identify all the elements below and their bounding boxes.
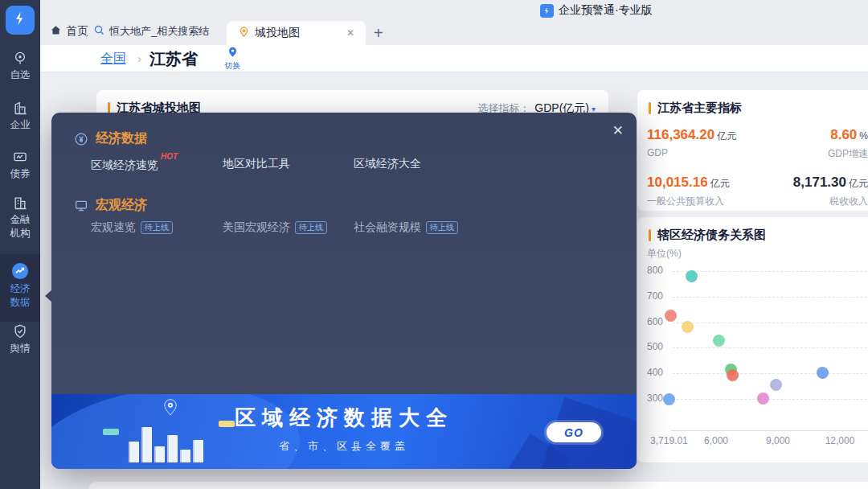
menu-item-regional-economy-encyclopedia[interactable]: 区域经济大全 <box>354 157 421 171</box>
sidebar-item-economy-data[interactable]: 经济数据 <box>0 254 40 322</box>
scatter-point <box>757 392 769 405</box>
section-title: 经济数据 <box>96 130 147 147</box>
chart-gridline <box>673 347 868 348</box>
lightning-icon <box>12 10 28 30</box>
tab-divider <box>86 27 87 39</box>
close-icon[interactable]: ✕ <box>612 122 624 139</box>
debt-relation-chart-card: 辖区经济债务关系图 单位(%) 8007006005004003003,719.… <box>637 217 868 462</box>
section-title: 宏观经济 <box>96 197 147 214</box>
orange-title-bar <box>649 102 651 114</box>
menu-item-region-compare-tool[interactable]: 地区对比工具 <box>223 157 290 171</box>
sidebar-item-bonds[interactable]: 债券 <box>0 149 40 181</box>
yen-circle-icon <box>74 132 88 146</box>
indicators-card-header: 江苏省主要指标 <box>637 90 868 116</box>
chart-ytick-label: 400 <box>647 367 663 378</box>
brand-lightning-icon <box>540 4 554 18</box>
tab-search-result[interactable]: 恒大地产_相关搜索结 <box>93 24 215 39</box>
menu-item-social-financing-scale[interactable]: 社会融资规模待上线 <box>354 220 458 235</box>
scatter-point <box>665 310 677 322</box>
tab-search-label: 恒大地产_相关搜索结 <box>109 24 209 39</box>
tab-city-investment-map[interactable]: 城投地图 ✕ <box>227 21 366 45</box>
banner-subtitle: 省、市、区县全覆盖 <box>51 439 637 454</box>
sidebar-item-label: 经济数据 <box>0 282 40 310</box>
chart-ytick-label: 300 <box>647 392 663 404</box>
brand: 企业预警通·专业版 <box>540 3 653 18</box>
app-logo[interactable] <box>6 6 35 35</box>
metric-unit: 亿元 <box>710 178 730 189</box>
metric-public-budget-revenue: 10,015.16亿元 一般公共预算收入 <box>647 175 758 208</box>
menu-item-regional-economy-overview[interactable]: 区域经济速览HOT <box>91 157 175 173</box>
scatter-point <box>727 369 739 381</box>
economy-trend-icon <box>11 262 29 280</box>
metrics-grid: 116,364.20亿元 GDP 8.60% GDP增速 10,015.16亿元… <box>647 127 868 208</box>
metric-label: GDP增速 <box>758 147 868 161</box>
scatter-point <box>713 335 725 347</box>
metric-unit: 亿元 <box>717 130 736 142</box>
bottom-card-edge <box>88 482 868 489</box>
breadcrumb-current: 江苏省 <box>149 48 198 70</box>
sidebar-item-label: 企业 <box>0 118 40 132</box>
menu-row: 宏观速览待上线 美国宏观经济待上线 社会融资规模待上线 <box>51 220 637 236</box>
sidebar-item-label: 金融机构 <box>0 213 40 240</box>
section-economy-data: 经济数据 <box>74 130 147 147</box>
home-icon <box>50 24 62 39</box>
hot-badge: HOT <box>161 152 178 161</box>
scatter-point <box>682 321 694 333</box>
banner-go-button[interactable]: GO <box>547 422 601 442</box>
breadcrumb-root[interactable]: 全国 <box>100 51 126 68</box>
scatter-point <box>663 393 675 405</box>
enterprise-building-icon <box>12 100 28 116</box>
search-icon <box>93 24 105 39</box>
location-pin-icon <box>227 47 239 60</box>
indicators-card-title: 江苏省主要指标 <box>657 101 742 116</box>
tab-home-label: 首页 <box>66 24 88 39</box>
chart-ytick-label: 600 <box>647 316 663 327</box>
debt-scatter-plot[interactable]: 8007006005004003003,719.016,0009,00012,0… <box>637 217 868 462</box>
metric-tax-revenue: 8,171.30亿元 税收收入 <box>758 175 868 208</box>
chart-xtick-label: 6,000 <box>704 435 728 446</box>
tab-active-label: 城投地图 <box>255 26 300 40</box>
watchlist-target-icon <box>12 50 28 66</box>
panel-arrow <box>45 290 52 302</box>
menu-item-macro-overview[interactable]: 宏观速览待上线 <box>91 220 173 235</box>
chart-xtick-label: 9,000 <box>766 435 790 446</box>
sidebar-item-watchlist[interactable]: 自选 <box>0 50 40 82</box>
scatter-point <box>817 367 829 379</box>
sidebar-item-label: 舆情 <box>0 342 40 355</box>
chart-gridline <box>673 323 868 323</box>
region-switch-button[interactable]: 切换 <box>216 46 248 70</box>
map-pin-icon <box>238 26 250 40</box>
sidebar-item-enterprise[interactable]: 企业 <box>0 100 40 132</box>
sidebar-item-label: 债券 <box>0 167 40 181</box>
metric-gdp-growth: 8.60% GDP增速 <box>758 127 868 161</box>
tab-bar: 首页 恒大地产_相关搜索结 城投地图 ✕ + <box>40 21 868 45</box>
metric-unit: % <box>859 130 868 142</box>
scatter-point <box>770 379 782 391</box>
tab-home[interactable]: 首页 <box>50 24 88 39</box>
chart-gridline <box>673 297 868 298</box>
sidebar-item-label: 自选 <box>0 68 40 82</box>
chart-xtick-label: 12,000 <box>825 435 855 446</box>
chart-gridline <box>673 373 868 374</box>
switch-label: 切换 <box>216 61 248 70</box>
scatter-point <box>686 270 698 282</box>
menu-item-us-macro-economy[interactable]: 美国宏观经济待上线 <box>223 220 327 235</box>
chevron-down-icon: ▾ <box>592 105 596 113</box>
sidebar-item-sentiment[interactable]: 舆情 <box>0 323 40 355</box>
tab-close-icon[interactable]: ✕ <box>346 27 354 39</box>
chart-gridline <box>673 271 868 272</box>
coming-soon-badge: 待上线 <box>426 221 458 234</box>
financial-institution-icon <box>12 195 28 211</box>
topbar: 企业预警通·专业版 首页 恒大地产_相关搜索结 城投地图 ✕ + <box>40 0 868 45</box>
metric-value: 10,015.16 <box>647 175 708 190</box>
metric-gdp: 116,364.20亿元 GDP <box>647 127 758 161</box>
metric-value: 8.60 <box>830 127 857 142</box>
sidebar-item-financial-institutions[interactable]: 金融机构 <box>0 195 40 240</box>
sidebar: 自选 企业 债券 金融机构 经济数据 舆情 <box>0 0 40 489</box>
new-tab-button[interactable]: + <box>374 23 383 43</box>
economy-data-menu-panel: ✕ 经济数据 区域经济速览HOT 地区对比工具 区域经济大全 宏观经济 宏观速览… <box>51 113 637 469</box>
metric-value: 8,171.30 <box>793 175 846 190</box>
regional-economy-banner[interactable]: 区域经济数据大全 省、市、区县全覆盖 GO <box>51 394 637 469</box>
sentiment-shield-icon <box>12 323 28 339</box>
chart-ytick-label: 700 <box>647 290 663 302</box>
